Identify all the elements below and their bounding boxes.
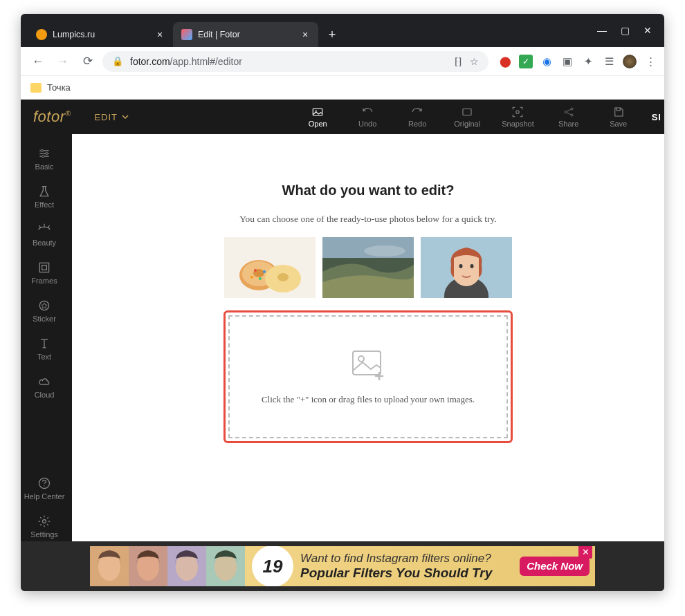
sidebar-item-effect[interactable]: Effect xyxy=(35,182,54,212)
svg-point-32 xyxy=(471,264,474,268)
save-icon xyxy=(612,106,625,118)
image-plus-icon xyxy=(349,348,387,382)
reload-button[interactable]: ⟳ xyxy=(77,51,98,72)
svg-point-24 xyxy=(250,276,253,279)
sidebar-item-frames[interactable]: Frames xyxy=(31,258,57,288)
upload-dropzone[interactable]: Click the "+" icon or drag files to uplo… xyxy=(228,315,508,438)
svg-rect-2 xyxy=(463,109,471,115)
sidebar-item-sticker[interactable]: Sticker xyxy=(33,296,56,326)
tab-label: Edit | Fotor xyxy=(198,30,240,39)
app-header: fotor® EDIT Open Undo Redo xyxy=(21,100,664,134)
sidebar-item-basic[interactable]: Basic xyxy=(35,144,54,174)
welcome-subtitle: You can choose one of the ready-to-use p… xyxy=(239,214,497,225)
help-icon xyxy=(37,476,51,490)
sidebar-item-help[interactable]: Help Center xyxy=(24,474,65,503)
undo-button[interactable]: Undo xyxy=(352,106,383,128)
sample-photo-donuts[interactable] xyxy=(224,237,316,298)
new-tab-button[interactable]: + xyxy=(322,25,342,44)
mode-dropdown[interactable]: EDIT xyxy=(94,112,129,122)
close-icon[interactable]: × xyxy=(300,30,310,39)
star-icon xyxy=(37,299,51,312)
tab-active[interactable]: Edit | Fotor × xyxy=(173,22,318,47)
back-button[interactable]: ← xyxy=(28,51,48,72)
chevron-down-icon xyxy=(122,113,129,120)
extension-icon[interactable]: ✓ xyxy=(519,55,533,68)
sidebar-item-settings[interactable]: Settings xyxy=(30,512,58,541)
close-icon[interactable]: × xyxy=(155,30,165,39)
sidebar-item-beauty[interactable]: Beauty xyxy=(33,220,56,250)
url-path: /app.html#/editor xyxy=(170,56,242,67)
svg-point-34 xyxy=(358,356,364,362)
ad-banner-wrap: 19 Want to find Instagram filters online… xyxy=(21,541,664,591)
close-window-icon[interactable]: ✕ xyxy=(643,25,652,36)
text-icon xyxy=(37,337,51,351)
svg-point-14 xyxy=(43,520,46,523)
extension-icon[interactable]: ⬤ xyxy=(498,55,512,68)
image-icon xyxy=(311,106,324,118)
frame-icon xyxy=(37,261,51,274)
star-icon[interactable]: ☆ xyxy=(470,56,479,67)
banner-cta-button[interactable]: Check Now xyxy=(520,557,590,576)
redo-icon xyxy=(411,106,423,118)
left-rail: Basic Effect Beauty Frames Sticker xyxy=(21,134,68,541)
sidebar-item-cloud[interactable]: Cloud xyxy=(35,372,55,402)
svg-rect-33 xyxy=(353,351,381,375)
fotor-app: fotor® EDIT Open Undo Redo xyxy=(21,100,664,591)
svg-point-21 xyxy=(254,269,257,272)
omnibox-icons: ⁅⁆ ☆ xyxy=(455,56,479,67)
svg-point-4 xyxy=(565,111,567,113)
sign-in-button[interactable]: SI xyxy=(652,112,664,122)
upload-message: Click the "+" icon or drag files to uplo… xyxy=(262,394,475,405)
share-button[interactable]: Share xyxy=(554,106,584,128)
open-button[interactable]: Open xyxy=(302,106,333,128)
minimize-icon[interactable]: — xyxy=(597,25,607,36)
omnibox[interactable]: 🔒 fotor.com/app.html#/editor ⁅⁆ ☆ xyxy=(102,51,488,72)
reading-list-icon[interactable]: ☰ xyxy=(602,55,616,68)
cloud-icon xyxy=(37,375,51,389)
avatar-icon[interactable] xyxy=(623,55,637,68)
url-host: fotor.com xyxy=(130,56,170,67)
share-icon xyxy=(563,106,575,118)
image-icon xyxy=(461,106,473,118)
svg-point-31 xyxy=(459,264,463,268)
eye-icon xyxy=(37,223,51,236)
save-button[interactable]: Save xyxy=(603,106,634,128)
bookmark-bar: Точка xyxy=(21,76,664,100)
forward-button[interactable]: → xyxy=(53,51,73,72)
upload-highlight: Click the "+" icon or drag files to uplo… xyxy=(223,310,513,443)
sliders-icon xyxy=(37,147,51,160)
bookmark-label[interactable]: Точка xyxy=(47,82,71,93)
app-body: Basic Effect Beauty Frames Sticker xyxy=(21,134,664,541)
sample-thumbnails xyxy=(224,237,512,298)
svg-point-22 xyxy=(263,270,266,273)
tab-inactive[interactable]: Lumpics.ru × xyxy=(28,22,173,47)
extension-icon[interactable]: ◉ xyxy=(540,55,554,68)
sample-photo-portrait[interactable] xyxy=(421,237,512,298)
menu-icon[interactable]: ⋮ xyxy=(643,55,657,68)
maximize-icon[interactable]: ▢ xyxy=(621,25,630,36)
svg-point-9 xyxy=(42,156,44,158)
banner-number: 19 xyxy=(252,546,293,586)
tab-strip: Lumpics.ru × Edit | Fotor × + xyxy=(21,14,585,47)
address-bar: ← → ⟳ 🔒 fotor.com/app.html#/editor ⁅⁆ ☆ … xyxy=(21,47,664,76)
snapshot-button[interactable]: Snapshot xyxy=(502,106,533,128)
extensions-icon[interactable]: ✦ xyxy=(581,55,595,68)
original-button[interactable]: Original xyxy=(452,106,482,128)
sample-photo-landscape[interactable] xyxy=(322,237,414,298)
app-toolbar: Open Undo Redo Original Snapshot xyxy=(302,106,641,128)
banner-close-button[interactable]: ✕ xyxy=(578,546,592,559)
translate-icon[interactable]: ⁅⁆ xyxy=(455,56,462,67)
tab-label: Lumpics.ru xyxy=(53,30,95,39)
ad-banner[interactable]: 19 Want to find Instagram filters online… xyxy=(90,546,595,586)
lock-icon: 🔒 xyxy=(112,56,123,66)
title-bar: Lumpics.ru × Edit | Fotor × + — ▢ ✕ xyxy=(21,14,664,47)
sidebar-item-text[interactable]: Text xyxy=(37,334,51,364)
favicon-icon xyxy=(181,29,192,40)
redo-button[interactable]: Redo xyxy=(402,106,432,128)
svg-rect-0 xyxy=(313,109,322,116)
fotor-logo: fotor® xyxy=(33,108,71,126)
svg-rect-11 xyxy=(42,265,47,270)
camera-icon xyxy=(511,106,524,118)
extension-icon[interactable]: ▣ xyxy=(560,55,574,68)
folder-icon xyxy=(30,83,42,93)
